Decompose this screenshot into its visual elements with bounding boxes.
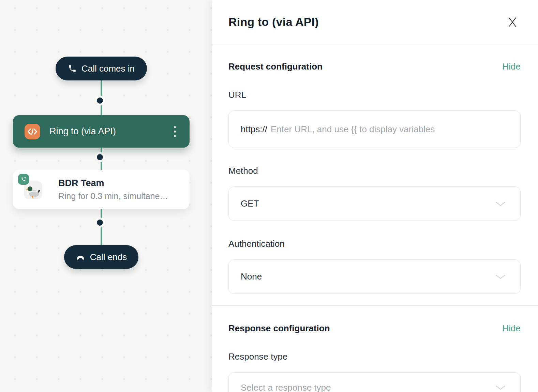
chevron-down-icon (495, 274, 506, 280)
team-node-subtitle: Ring for 0.3 min, simultane… (58, 191, 168, 201)
connector-node[interactable] (97, 220, 103, 226)
phone-hangup-icon (76, 254, 85, 260)
authentication-label: Authentication (228, 239, 521, 249)
connector-node[interactable] (97, 154, 103, 160)
flow-node-label: Call ends (90, 252, 127, 262)
flow-node-bdr-team[interactable]: BDR Team Ring for 0.3 min, simultane… (13, 170, 190, 209)
panel-section-divider (212, 305, 538, 306)
chevron-down-icon (495, 201, 506, 207)
phone-icon (68, 64, 77, 73)
response-type-label: Response type (228, 351, 521, 362)
response-type-select[interactable]: Select a response type (228, 372, 521, 392)
flow-node-call-ends[interactable]: Call ends (64, 245, 138, 269)
flow-node-ring-to-via-api[interactable]: Ring to (via API) (13, 115, 190, 148)
panel-body: Request configuration Hide URL https:// … (212, 61, 538, 294)
panel-body-response: Response configuration Hide Response typ… (212, 323, 538, 392)
authentication-select-value: None (241, 271, 495, 282)
panel-header: Ring to (via API) (212, 0, 538, 44)
method-select-value: GET (241, 198, 495, 209)
flow-node-label: Call comes in (81, 63, 135, 74)
team-node-title: BDR Team (58, 178, 168, 189)
close-icon[interactable] (506, 16, 519, 28)
method-label: Method (228, 166, 521, 176)
team-avatar-wrap (23, 179, 44, 200)
url-label: URL (228, 90, 521, 100)
phone-ring-icon (18, 174, 29, 185)
kebab-menu-icon[interactable] (172, 124, 178, 139)
chevron-down-icon (495, 385, 506, 390)
request-configuration-section-header: Request configuration Hide (228, 61, 521, 72)
connector-node[interactable] (97, 97, 103, 104)
flow-canvas[interactable]: Call comes in Ring to (via API) (0, 0, 212, 392)
response-configuration-section-header: Response configuration Hide (228, 323, 521, 334)
url-prefix: https:// (241, 124, 267, 135)
hide-response-link[interactable]: Hide (503, 323, 521, 334)
flow-node-call-comes-in[interactable]: Call comes in (56, 57, 147, 80)
response-type-select-placeholder: Select a response type (241, 382, 495, 392)
node-config-panel: Ring to (via API) Request configuration … (212, 0, 538, 392)
panel-title: Ring to (via API) (228, 15, 506, 29)
authentication-select[interactable]: None (228, 259, 521, 294)
section-title: Request configuration (228, 61, 503, 72)
duck-avatar (24, 181, 42, 199)
flow-node-label: Ring to (via API) (49, 126, 172, 137)
url-field[interactable]: https:// (228, 110, 521, 148)
team-node-texts: BDR Team Ring for 0.3 min, simultane… (58, 178, 168, 201)
section-title: Response configuration (228, 323, 503, 334)
method-select[interactable]: GET (228, 186, 521, 221)
url-input[interactable] (271, 124, 508, 135)
hide-request-link[interactable]: Hide (503, 61, 521, 72)
code-icon (25, 124, 40, 139)
